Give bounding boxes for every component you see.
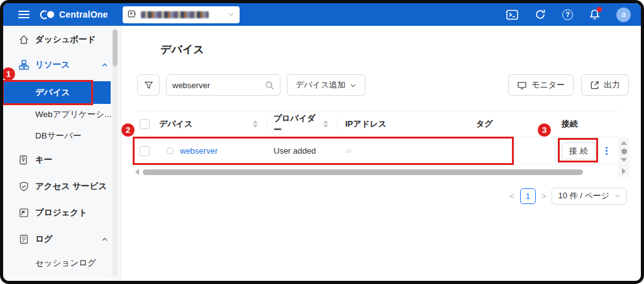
sidebar-item-dashboard[interactable]: ダッシュボード — [3, 27, 121, 52]
notification-bell-icon[interactable] — [589, 9, 600, 20]
tenant-icon — [128, 10, 136, 19]
pagination: < 1 > 10 件 / ページ — [509, 187, 627, 205]
user-avatar[interactable]: a — [616, 8, 631, 22]
toolbar-right: モニター 出力 — [508, 74, 629, 96]
home-icon — [19, 35, 29, 45]
devices-table: デバイス プロバイダー IPアドレス タグ 接続 — [135, 111, 618, 165]
scroll-down-arrow-icon[interactable] — [621, 158, 627, 162]
page-number-1[interactable]: 1 — [520, 188, 536, 204]
connect-button[interactable]: 接続 — [562, 142, 596, 159]
sort-icon-device[interactable] — [253, 120, 258, 128]
scroll-right-arrow-icon[interactable] — [622, 168, 626, 174]
project-icon — [19, 208, 29, 218]
device-status-icon — [167, 147, 174, 154]
sidebar-item-access-services[interactable]: アクセス サービス — [3, 173, 121, 200]
sidebar-item-label: リソース — [35, 59, 70, 71]
prev-page-icon[interactable]: < — [509, 191, 514, 201]
table-row-webserver[interactable]: webserver User added 接続 — [135, 137, 618, 165]
page-title: デバイス — [160, 42, 204, 57]
search-icon[interactable] — [265, 81, 274, 90]
tenant-selector[interactable] — [123, 6, 240, 23]
sort-icon-provider[interactable] — [323, 120, 328, 128]
sidebar-item-label: ログ — [35, 234, 53, 245]
sidebar-item-db-servers[interactable]: DBサーバー — [3, 125, 121, 147]
sidebar-item-label: プロジェクト — [35, 207, 87, 219]
sidebar-item-keys[interactable]: キー — [3, 147, 121, 173]
resources-icon — [19, 60, 29, 70]
table-header-row: デバイス プロバイダー IPアドレス タグ 接続 — [135, 111, 618, 137]
sidebar-item-label: デバイス — [35, 87, 70, 98]
help-icon[interactable]: ? — [562, 9, 573, 20]
chevron-up-icon[interactable] — [101, 236, 108, 243]
chevron-down-icon — [614, 191, 621, 201]
monitor-icon — [517, 81, 527, 90]
key-icon — [19, 155, 29, 165]
filter-button[interactable] — [137, 74, 160, 96]
chevron-down-icon — [228, 9, 235, 20]
refresh-icon[interactable] — [535, 9, 546, 20]
scroll-up-arrow-icon[interactable] — [621, 141, 627, 145]
column-header-ip: IPアドレス — [345, 118, 387, 130]
sidebar-section-resources[interactable]: リソース — [3, 52, 121, 77]
sidebar-scrollbar[interactable] — [113, 28, 118, 276]
sidebar-item-web-applications[interactable]: Webアプリケーシ... — [3, 104, 121, 125]
row-actions-menu-icon[interactable] — [606, 147, 608, 155]
search-box — [166, 74, 280, 96]
sidebar-section-logs[interactable]: ログ — [3, 226, 121, 253]
vertical-scrollbar-thumb[interactable] — [621, 149, 627, 154]
search-input[interactable] — [172, 81, 265, 90]
sidebar-scrollbar-thumb[interactable] — [113, 30, 118, 66]
horizontal-scrollbar-thumb[interactable] — [143, 169, 583, 175]
toolbar-left: デバイス追加 — [137, 74, 365, 96]
app-window: CentralOne ? a — [0, 0, 644, 284]
brand-logo: CentralOne — [38, 9, 108, 20]
row-checkbox[interactable] — [140, 146, 150, 156]
sidebar-item-label: アクセス サービス — [35, 181, 107, 192]
tenant-name-redacted — [141, 11, 209, 18]
sidebar-item-devices[interactable]: デバイス — [3, 81, 111, 104]
ip-address-redacted — [345, 149, 352, 153]
sidebar: ダッシュボード リソース デバイス Webアプリケーシ... DBサーバー — [3, 26, 121, 281]
shield-check-icon — [19, 181, 29, 191]
chevron-down-icon — [350, 82, 357, 89]
export-button[interactable]: 出力 — [581, 74, 629, 96]
notification-badge — [597, 7, 602, 12]
sidebar-item-session-logs[interactable]: セッションログ — [3, 253, 121, 274]
add-device-button[interactable]: デバイス追加 — [287, 74, 365, 96]
column-header-provider[interactable]: プロバイダー — [274, 113, 323, 135]
page-size-select[interactable]: 10 件 / ページ — [552, 188, 627, 205]
hamburger-menu-icon[interactable] — [18, 11, 30, 18]
column-header-device[interactable]: デバイス — [159, 118, 192, 130]
device-name-link[interactable]: webserver — [180, 146, 218, 156]
sidebar-item-label: ダッシュボード — [35, 34, 96, 45]
log-icon — [19, 234, 29, 244]
vertical-scrollbar[interactable] — [618, 138, 630, 177]
next-page-icon[interactable]: > — [541, 191, 547, 201]
sidebar-item-projects[interactable]: プロジェクト — [3, 200, 121, 226]
sidebar-item-label: キー — [35, 154, 52, 166]
select-all-checkbox[interactable] — [140, 119, 150, 129]
main-content: デバイス デバイス追加 — [121, 26, 641, 281]
brand-logo-icon — [38, 9, 55, 20]
filter-funnel-icon — [144, 81, 153, 90]
brand-name: CentralOne — [59, 9, 108, 20]
scroll-left-arrow-icon[interactable] — [135, 169, 139, 175]
horizontal-scrollbar[interactable] — [135, 168, 604, 176]
column-header-connect: 接続 — [562, 118, 578, 130]
chevron-up-icon[interactable] — [101, 62, 108, 69]
top-bar: CentralOne ? a — [3, 3, 641, 26]
top-bar-actions: ? a — [506, 8, 631, 22]
provider-value: User added — [274, 146, 316, 156]
export-icon — [590, 81, 599, 90]
monitor-button[interactable]: モニター — [508, 74, 574, 96]
cloud-shell-icon[interactable] — [506, 9, 518, 20]
column-header-tag: タグ — [476, 118, 493, 130]
